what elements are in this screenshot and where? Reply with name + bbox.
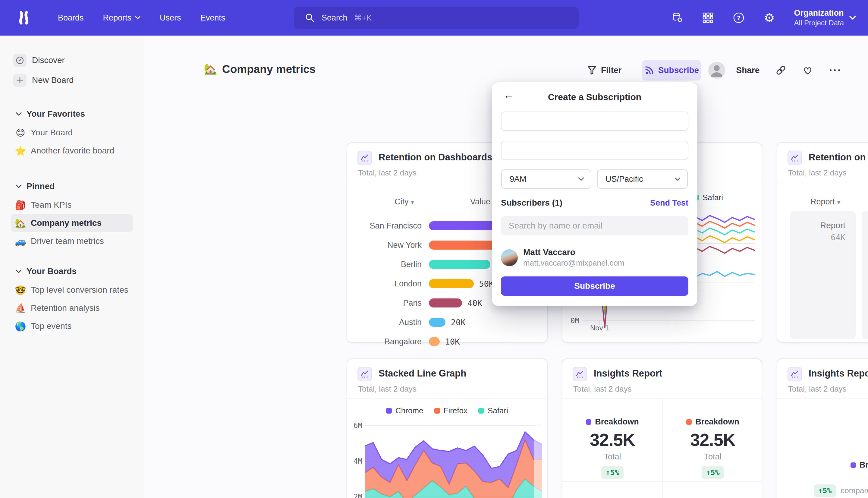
share-button[interactable]: Share (736, 65, 760, 75)
metric-value: 32.5K (590, 430, 635, 450)
metric-tile[interactable]: Breakdown32.5KTotal↑5% (663, 398, 763, 482)
sidebar-item-retention-analysis[interactable]: ⛵Retention analysis (0, 299, 144, 317)
search-icon (305, 13, 315, 23)
report-chart-icon (788, 151, 802, 165)
timezone-select[interactable]: US/Pacific (597, 169, 688, 189)
send-test-link[interactable]: Send Test (650, 198, 689, 208)
apps-grid-icon[interactable] (702, 12, 714, 24)
modal-title: Create a Subscription (492, 92, 697, 102)
card-title[interactable]: Retention on Dashboards (378, 152, 492, 163)
sidebar-item-another-favorite-board[interactable]: ⭐Another favorite board (0, 142, 144, 160)
city-label: San Francisco (347, 221, 422, 231)
sidebar-item-top-level-conversion-rates[interactable]: 🤓Top level conversion rates (0, 281, 144, 299)
board-emoji: ⭐ (14, 146, 27, 156)
chevron-down-icon (16, 184, 22, 188)
sidebar-item-label: Discover (32, 55, 65, 65)
filter-button[interactable]: Filter (587, 65, 622, 75)
board-actions: Filter Subscribe Share (587, 60, 841, 81)
mixpanel-logo-icon[interactable] (16, 11, 31, 25)
subscriber-row[interactable]: Matt Vaccaro matt.vaccaro@mixpanel.com (501, 248, 625, 268)
city-label: Paris (347, 299, 422, 308)
svg-text:?: ? (737, 15, 740, 21)
value-bar (429, 240, 498, 250)
card-subtitle: Total, last 2 days (358, 384, 416, 394)
help-icon[interactable]: ? (733, 12, 745, 24)
top-nav: BoardsReportsUsersEvents Search ⌘+K (0, 0, 868, 36)
nav-link-events[interactable]: Events (200, 13, 225, 23)
more-options-icon[interactable] (829, 68, 841, 72)
column-header-report[interactable]: Report▾ (811, 197, 840, 207)
breakdown-tile-united-states[interactable]: United States 64K (862, 211, 868, 339)
sidebar-section-your-favorites: Your Favorites😊Your Board⭐Another favori… (0, 108, 144, 160)
chevron-down-icon (578, 177, 584, 181)
sidebar-item-new-board[interactable]: New Board (13, 74, 74, 87)
column-header-city[interactable]: City▾ (395, 197, 414, 207)
card-title[interactable]: Retention on Dashboards (809, 152, 868, 163)
settings-gear-icon[interactable]: ⚙ (763, 12, 775, 24)
time-select[interactable]: 9AM (501, 169, 591, 189)
y-tick: 2M (348, 493, 362, 498)
breakdown-tile[interactable]: Report 64K (790, 211, 856, 339)
sidebar-item-top-events[interactable]: 🌎Top events (0, 317, 144, 335)
city-label: Austin (347, 318, 422, 327)
modal-subscribe-button[interactable]: Subscribe (501, 276, 689, 296)
compare-metric: Breakdown Total ↑5% compared to previous… (777, 460, 868, 497)
card-title[interactable]: Stacked Line Graph (378, 368, 466, 379)
search-input[interactable]: Search ⌘+K (294, 6, 579, 29)
legend-item-firefox[interactable]: Firefox (434, 406, 467, 416)
metric-tile[interactable]: Breakdown32.5KTotal↑5% (562, 482, 663, 498)
value-label: 50K (479, 279, 494, 288)
report-chart-icon (358, 151, 372, 165)
legend-swatch (586, 419, 591, 425)
sidebar-item-driver-team-metrics[interactable]: 🚙Driver team metrics (0, 232, 144, 250)
subscriber-search-input[interactable] (501, 216, 689, 235)
sidebar-section-header[interactable]: Your Boards (0, 265, 144, 277)
section-items: 🤓Top level conversion rates⛵Retention an… (0, 281, 144, 335)
legend-item-chrome[interactable]: Chrome (386, 406, 423, 416)
rss-icon (644, 65, 655, 75)
board-emoji: 🤓 (14, 285, 27, 296)
card-stacked-line-graph: Stacked Line Graph Total, last 2 days Ch… (347, 358, 548, 498)
card-subtitle: Total, last 2 days (358, 168, 416, 178)
y-tick: 4M (348, 457, 362, 466)
data-management-icon[interactable] (671, 12, 683, 24)
compass-icon (13, 54, 27, 67)
plus-icon (13, 74, 27, 87)
sidebar-item-discover[interactable]: Discover (13, 54, 65, 67)
value-bar (429, 318, 445, 327)
table-row-bangalore[interactable]: Bangalore10K (347, 332, 547, 351)
sidebar-section-your-boards: Your Boards🤓Top level conversion rates⛵R… (0, 265, 144, 335)
subscribers-count: Subscribers (1) (501, 198, 562, 208)
sidebar-item-your-board[interactable]: 😊Your Board (0, 123, 144, 142)
org-switcher[interactable]: Organization All Project Data (794, 8, 856, 27)
org-project: All Project Data (794, 18, 844, 27)
sidebar-section-header[interactable]: Pinned (0, 180, 144, 192)
chevron-down-icon (675, 177, 681, 181)
legend-item-safari[interactable]: Safari (478, 406, 508, 416)
board-emoji: 🎒 (14, 200, 27, 210)
card-title[interactable]: Insights Report (594, 368, 662, 379)
card-title[interactable]: Insights Report (809, 368, 868, 379)
copy-link-icon[interactable] (775, 65, 787, 76)
table-row-austin[interactable]: Austin20K (347, 313, 547, 332)
section-items: 😊Your Board⭐Another favorite board (0, 123, 144, 160)
nav-right-actions: ? ⚙ Organization All Project Data (671, 0, 856, 36)
avatar[interactable] (708, 62, 725, 79)
metric-value: 32.5K (690, 430, 735, 450)
value-bar (429, 279, 474, 288)
sidebar-item-company-metrics[interactable]: 🏡Company metrics (11, 214, 133, 232)
favorite-heart-icon[interactable] (802, 65, 813, 75)
nav-link-reports[interactable]: Reports (103, 13, 141, 23)
nav-link-boards[interactable]: Boards (58, 13, 84, 23)
nav-link-users[interactable]: Users (160, 13, 181, 23)
legend-swatch (686, 419, 692, 425)
sidebar-item-team-kpis[interactable]: 🎒Team KPIs (0, 196, 144, 214)
metric-tile[interactable]: Breakdown32.5KTotal↑5% (663, 482, 763, 498)
sidebar-section-header[interactable]: Your Favorites (0, 108, 144, 120)
card-insights-report: Insights Report Total, last 2 days Break… (562, 358, 762, 498)
value-bar (429, 299, 462, 307)
card-subtitle: Total, last 2 days (573, 384, 632, 394)
subscribe-button[interactable]: Subscribe (642, 60, 701, 80)
subscriber-name: Matt Vaccaro (523, 248, 625, 257)
metric-tile[interactable]: Breakdown32.5KTotal↑5% (562, 398, 663, 482)
